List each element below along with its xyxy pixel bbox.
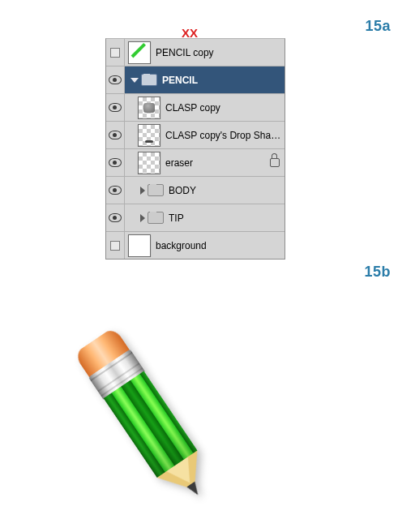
layer-label: CLASP copy bbox=[165, 102, 220, 114]
lock-icon bbox=[270, 158, 280, 167]
pencil-illustration bbox=[81, 300, 340, 527]
layer-row-background[interactable]: background bbox=[106, 232, 285, 259]
visibility-cell[interactable] bbox=[106, 122, 125, 148]
step-label-15a: 15a bbox=[365, 18, 391, 35]
folder-icon bbox=[148, 184, 164, 196]
layer-label: PENCIL bbox=[162, 75, 198, 86]
eye-icon bbox=[109, 103, 122, 112]
visibility-cell[interactable] bbox=[106, 204, 125, 231]
layer-row-eraser[interactable]: eraser bbox=[106, 149, 285, 177]
eye-icon bbox=[109, 131, 122, 139]
step-label-15b: 15b bbox=[364, 264, 391, 281]
disclosure-triangle-icon[interactable] bbox=[140, 187, 145, 195]
layer-thumbnail[interactable] bbox=[138, 152, 160, 174]
layer-label: PENCIL copy bbox=[156, 47, 214, 58]
layer-thumbnail[interactable] bbox=[138, 97, 160, 119]
layer-thumbnail[interactable] bbox=[128, 41, 151, 64]
layer-row-pencil-copy[interactable]: PENCIL copy bbox=[106, 39, 285, 66]
eye-icon bbox=[109, 186, 122, 195]
layer-row-clasp-drop-shadow[interactable]: CLASP copy's Drop Shadow bbox=[106, 122, 285, 149]
eye-icon bbox=[109, 158, 122, 167]
layer-group-body[interactable]: BODY bbox=[106, 177, 285, 204]
layers-panel[interactable]: PENCIL copy PENCIL CLASP copy bbox=[105, 38, 285, 260]
layer-label: eraser bbox=[165, 157, 193, 169]
layer-group-tip[interactable]: TIP bbox=[106, 204, 285, 232]
folder-icon bbox=[141, 74, 157, 86]
visibility-checkbox-icon bbox=[110, 48, 120, 58]
visibility-cell[interactable] bbox=[106, 66, 125, 93]
layer-thumbnail[interactable] bbox=[138, 124, 160, 147]
visibility-cell[interactable] bbox=[106, 177, 125, 204]
eye-icon bbox=[109, 213, 122, 222]
layer-label: CLASP copy's Drop Shadow bbox=[165, 130, 285, 141]
layer-row-clasp-copy[interactable]: CLASP copy bbox=[106, 94, 285, 122]
visibility-cell[interactable] bbox=[106, 149, 125, 176]
eye-icon bbox=[109, 75, 122, 84]
disclosure-triangle-icon[interactable] bbox=[140, 214, 145, 222]
visibility-cell[interactable] bbox=[106, 39, 125, 66]
layer-label: background bbox=[156, 240, 207, 251]
layer-label: TIP bbox=[169, 212, 184, 224]
layer-label: BODY bbox=[169, 185, 196, 196]
visibility-cell[interactable] bbox=[106, 232, 125, 259]
folder-icon bbox=[148, 212, 164, 224]
disclosure-triangle-icon[interactable] bbox=[130, 78, 139, 83]
layer-thumbnail[interactable] bbox=[128, 234, 151, 257]
layer-group-pencil[interactable]: PENCIL bbox=[106, 66, 285, 94]
visibility-cell[interactable] bbox=[106, 94, 125, 121]
visibility-checkbox-icon bbox=[110, 241, 120, 251]
